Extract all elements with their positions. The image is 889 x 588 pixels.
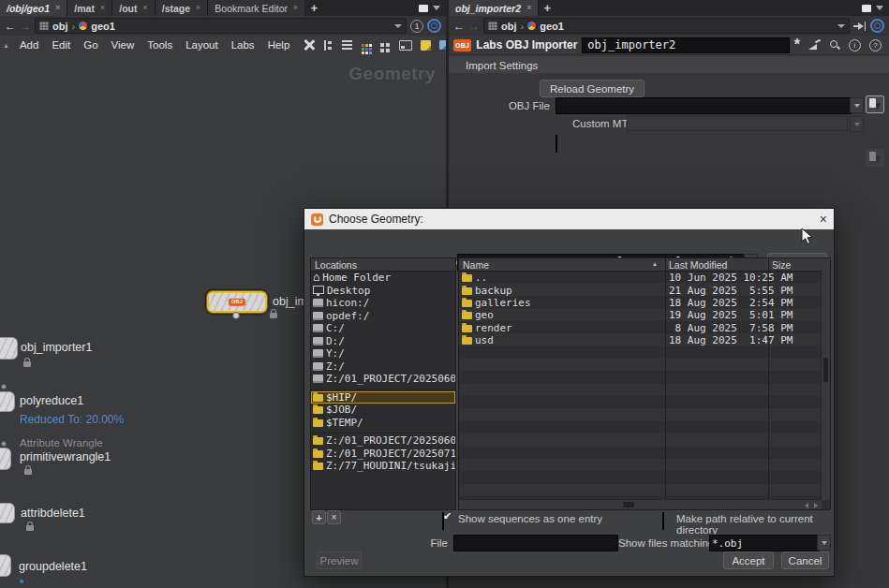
maximize-pane-icon[interactable]	[862, 5, 871, 12]
forward-icon[interactable]: →	[468, 21, 480, 32]
back-icon[interactable]: ←	[453, 21, 465, 32]
close-icon[interactable]: ×	[293, 4, 298, 12]
relative-path-checkbox[interactable]	[662, 512, 664, 530]
node-groupdelete1[interactable]	[0, 554, 11, 577]
tab-obj-geo1[interactable]: /obj/geo1 ×	[0, 0, 67, 16]
location-y-drive[interactable]: Y:/	[311, 347, 455, 360]
background-image-icon[interactable]	[399, 40, 412, 51]
path-breadcrumb[interactable]: obj › geo1	[35, 18, 407, 34]
find-node-icon[interactable]	[870, 19, 884, 33]
file-row-render[interactable]: render 8 Aug 2025 7:58 PM	[459, 322, 830, 334]
custom-mtl-checkbox[interactable]	[556, 135, 557, 153]
forward-icon[interactable]: →	[20, 21, 31, 32]
help-icon[interactable]: ?	[869, 39, 882, 51]
menu-layout[interactable]: Layout	[179, 39, 225, 51]
pane-menu-icon[interactable]	[433, 6, 440, 10]
pin-icon[interactable]	[853, 22, 867, 31]
depth-badge[interactable]: 1	[410, 20, 423, 33]
close-icon[interactable]: ×	[142, 4, 147, 12]
close-icon[interactable]: ×	[100, 4, 105, 12]
location-d-drive[interactable]: D:/	[311, 335, 455, 348]
menu-go[interactable]: Go	[77, 39, 104, 51]
brush-icon[interactable]	[808, 39, 821, 51]
obj-file-input[interactable]	[556, 97, 852, 114]
location-recent-3[interactable]: Z:/77_HOUDINI/tsukajima/	[311, 460, 455, 473]
scrollbar-thumb[interactable]	[823, 358, 828, 382]
remove-location-button[interactable]: ×	[327, 510, 341, 524]
column-name[interactable]: Name	[463, 259, 489, 271]
file-row-parent[interactable]: .. 10 Jun 2025 10:25 AM	[459, 272, 830, 284]
close-icon[interactable]: ×	[820, 213, 827, 226]
scroll-right-icon[interactable]	[814, 503, 818, 508]
close-icon[interactable]: ×	[196, 4, 200, 12]
list-view-icon[interactable]	[342, 40, 352, 50]
filter-dropdown[interactable]	[817, 535, 831, 551]
location-desktop[interactable]: Desktop	[311, 285, 455, 298]
breadcrumb-root[interactable]: obj	[501, 21, 517, 32]
location-recent-1[interactable]: Z:/01_PROJECT/20250604_pla	[311, 434, 455, 448]
location-z-project[interactable]: Z:/01_PROJECT/20250604_pla	[311, 373, 455, 386]
find-node-icon[interactable]	[427, 19, 441, 33]
tab-mat[interactable]: /mat ×	[67, 0, 112, 16]
dialog-titlebar[interactable]: Choose Geometry: ×	[304, 209, 834, 229]
shape-palette-icon[interactable]	[380, 43, 384, 47]
tab-import-settings[interactable]: Import Settings	[449, 57, 889, 74]
gear-icon[interactable]: *	[794, 40, 800, 50]
color-palette-icon[interactable]	[362, 44, 364, 47]
breadcrumb-node[interactable]: geo1	[540, 21, 564, 32]
new-tab-button[interactable]: +	[539, 0, 556, 16]
column-size[interactable]: Size	[772, 259, 791, 271]
breadcrumb-node[interactable]: geo1	[91, 21, 115, 32]
filter-input[interactable]	[709, 535, 820, 551]
vertical-scrollbar[interactable]	[821, 271, 830, 500]
node-polyreduce1[interactable]	[0, 391, 15, 412]
info-icon[interactable]: i	[849, 39, 861, 51]
tree-view-icon[interactable]	[323, 40, 333, 51]
new-tab-button[interactable]: +	[305, 0, 322, 16]
location-job[interactable]: $JOB/	[311, 404, 455, 417]
tab-stage[interactable]: /stage ×	[156, 0, 209, 16]
input-connector[interactable]	[1, 384, 7, 390]
tab-obj-importer2[interactable]: obj_importer2 ×	[449, 0, 539, 16]
cancel-button[interactable]: Cancel	[781, 551, 829, 569]
file-name-input[interactable]	[453, 535, 618, 551]
menu-add[interactable]: Add	[13, 39, 45, 51]
node-name-input[interactable]	[582, 37, 789, 53]
scrollbar-thumb[interactable]	[623, 502, 634, 507]
horizontal-scrollbar[interactable]	[459, 499, 822, 509]
location-c-drive[interactable]: C:/	[311, 322, 455, 335]
obj-file-chooser-button[interactable]	[866, 96, 884, 113]
obj-file-dropdown[interactable]	[850, 97, 864, 113]
menu-labs[interactable]: Labs	[225, 39, 261, 51]
sticky-note-icon[interactable]	[421, 40, 431, 51]
show-sequences-checkbox[interactable]	[442, 512, 444, 530]
preview-button[interactable]: Preview	[317, 551, 362, 569]
node-attribdelete1[interactable]	[0, 503, 15, 523]
location-opdef[interactable]: opdef:/	[311, 310, 455, 323]
node-obj-importer2[interactable]: OBJ	[207, 291, 267, 313]
pane-menu-icon[interactable]	[876, 6, 883, 10]
location-temp[interactable]: $TEMP/	[311, 417, 455, 430]
input-connector[interactable]	[1, 441, 7, 447]
tools-icon[interactable]	[304, 39, 315, 51]
location-hicon[interactable]: hicon:/	[311, 297, 455, 310]
menu-help[interactable]: Help	[261, 39, 297, 51]
column-last-modified[interactable]: Last Modified	[669, 259, 727, 271]
sort-ascending-icon[interactable]: ▲	[652, 261, 658, 267]
display-flag-dot[interactable]	[20, 580, 23, 583]
node-primitivewrangle1[interactable]	[0, 448, 11, 470]
close-icon[interactable]: ×	[526, 4, 531, 12]
menu-tools[interactable]: Tools	[141, 39, 179, 51]
close-icon[interactable]: ×	[55, 4, 60, 12]
file-row-usd[interactable]: usd 18 Aug 2025 1:47 PM	[459, 334, 830, 346]
maximize-pane-icon[interactable]	[419, 5, 428, 12]
location-hip[interactable]: $HIP/	[311, 391, 455, 404]
tab-out[interactable]: /out ×	[112, 0, 156, 16]
location-home[interactable]: ⌂ Home Folder	[311, 272, 455, 285]
path-breadcrumb[interactable]: obj › geo1	[483, 18, 850, 34]
reload-geometry-button[interactable]: Reload Geometry	[540, 80, 645, 97]
accept-button[interactable]: Accept	[723, 551, 774, 569]
file-row-geo[interactable]: geo 19 Aug 2025 5:01 PM	[459, 309, 830, 321]
breadcrumb-root[interactable]: obj	[52, 21, 68, 32]
location-z-drive[interactable]: Z:/	[311, 360, 455, 374]
